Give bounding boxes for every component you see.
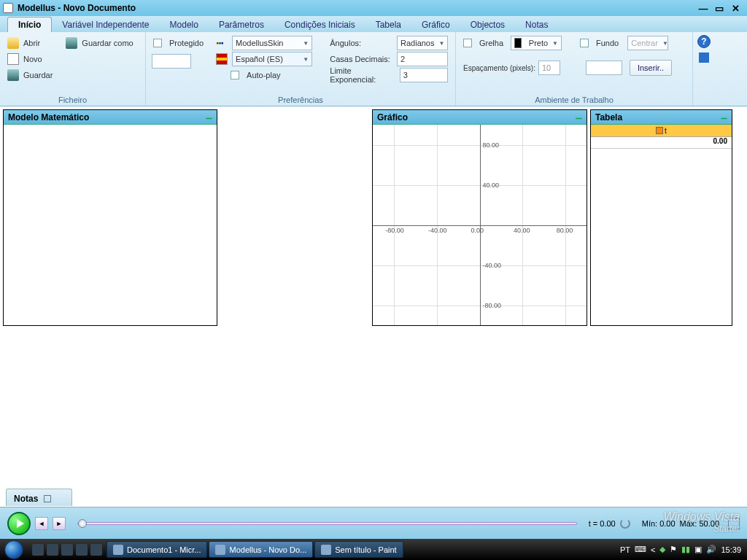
panel-modelo-matematico: Modelo Matemático ‒ bbox=[3, 109, 217, 326]
tray-chevron-icon[interactable]: < bbox=[651, 545, 655, 554]
limite-label: Limite Exponencial: bbox=[330, 66, 395, 84]
password-input[interactable] bbox=[152, 54, 191, 69]
group-label-ambiente: Ambiente de Trabalho bbox=[456, 96, 692, 104]
minimize-panel-icon[interactable]: ‒ bbox=[206, 112, 212, 123]
start-button[interactable] bbox=[0, 539, 28, 560]
group-ficheiro: Abrir Novo Guardar Guardar como Ficheiro bbox=[0, 32, 146, 106]
limite-input[interactable]: 3 bbox=[400, 68, 448, 82]
panel-notas-minimized[interactable]: Notas bbox=[6, 489, 72, 506]
taskbar-item[interactable]: Modellus - Novo Do... bbox=[209, 541, 313, 558]
group-label-preferencias: Preferências bbox=[146, 96, 455, 104]
new-icon bbox=[7, 53, 19, 65]
grid-color-combo[interactable]: Preto▼ bbox=[511, 36, 562, 50]
centrar-combo[interactable]: Centrar▼ bbox=[627, 36, 668, 50]
restore-icon bbox=[44, 495, 51, 502]
taskbar-item-label: Modellus - Novo Do... bbox=[229, 545, 306, 554]
slider-thumb[interactable] bbox=[78, 519, 87, 528]
play-button[interactable] bbox=[7, 512, 31, 535]
expand-icon[interactable] bbox=[728, 518, 740, 529]
minimize-button[interactable]: — bbox=[697, 3, 709, 14]
network-icon[interactable]: ▮▮ bbox=[681, 545, 690, 554]
fundo-input[interactable] bbox=[586, 61, 622, 75]
taskbar-item[interactable]: Sem título - Paint bbox=[314, 541, 403, 558]
tab-tabela[interactable]: Tabela bbox=[365, 18, 411, 32]
ribbon-tabs: Início Variável Independente Modelo Parâ… bbox=[0, 16, 747, 32]
windows-logo-icon bbox=[4, 540, 23, 559]
grelha-label: Grelha bbox=[479, 39, 503, 47]
panel-title-math: Modelo Matemático bbox=[8, 112, 89, 122]
ql-icon[interactable] bbox=[76, 544, 88, 556]
panel-header-math[interactable]: Modelo Matemático ‒ bbox=[4, 110, 217, 125]
chevron-down-icon: ▼ bbox=[662, 40, 668, 47]
checkbox-icon bbox=[463, 39, 472, 47]
tray-icon[interactable]: ◆ bbox=[659, 545, 665, 554]
panel-header-graf[interactable]: Gráfico ‒ bbox=[373, 110, 587, 125]
app-icon bbox=[215, 545, 225, 555]
espacamento-input[interactable]: 10 bbox=[538, 61, 560, 75]
tab-modelo[interactable]: Modelo bbox=[160, 18, 209, 32]
tab-objectos[interactable]: Objectos bbox=[460, 18, 515, 32]
ql-icon[interactable] bbox=[61, 544, 73, 556]
maximize-button[interactable]: ▭ bbox=[713, 3, 725, 14]
time-max: Máx: 50.00 bbox=[680, 519, 719, 528]
folder-icon bbox=[7, 37, 19, 49]
tab-variavel[interactable]: Variável Independente bbox=[52, 18, 159, 32]
reset-icon[interactable] bbox=[620, 518, 630, 529]
chevron-down-icon: ▼ bbox=[552, 40, 558, 47]
column-icon bbox=[656, 127, 663, 134]
language-combo[interactable]: Español (ES)▼ bbox=[232, 52, 312, 66]
settings-icon[interactable] bbox=[699, 52, 709, 63]
ql-icon[interactable] bbox=[90, 544, 102, 556]
title-bar: Modellus - Novo Documento — ▭ ✕ bbox=[0, 0, 747, 16]
chart-area[interactable]: -80.00-40.000.0040.0080.00-80.00-40.0040… bbox=[373, 125, 587, 325]
system-tray: PT ⌨ < ◆ ⚑ ▮▮ ▣ 🔊 15:39 bbox=[620, 545, 747, 554]
step-back-button[interactable]: ◄ bbox=[35, 517, 48, 530]
checkbox-icon bbox=[580, 39, 589, 47]
ql-icon[interactable] bbox=[32, 544, 44, 556]
chevron-down-icon: ▼ bbox=[303, 40, 309, 47]
angulos-combo[interactable]: Radianos▼ bbox=[397, 36, 448, 50]
save-as-button[interactable]: Guardar como bbox=[64, 35, 134, 51]
lang-indicator[interactable]: PT bbox=[620, 545, 630, 554]
minimize-panel-icon[interactable]: ‒ bbox=[576, 112, 582, 123]
player-bar: ◄ ► t = 0.00 Mín: 0.00 Máx: 50.00 bbox=[0, 507, 747, 539]
ql-icon[interactable] bbox=[47, 544, 58, 556]
taskbar-item-label: Sem título - Paint bbox=[335, 545, 396, 554]
group-preferencias: Protegido ModellusSkin▼ Español (ES)▼ Au… bbox=[146, 32, 456, 106]
grid-color-value: Preto bbox=[529, 39, 548, 47]
panel-title-tabela: Tabela bbox=[595, 112, 622, 122]
inserir-label: Inserir.. bbox=[638, 63, 664, 72]
tray-icon[interactable]: ⚑ bbox=[670, 545, 677, 554]
new-button[interactable]: Novo bbox=[6, 51, 54, 67]
clock[interactable]: 15:39 bbox=[721, 545, 741, 554]
app-icon bbox=[113, 545, 123, 555]
close-button[interactable]: ✕ bbox=[729, 3, 741, 14]
time-min: Mín: 0.00 bbox=[642, 519, 676, 528]
math-editor[interactable] bbox=[4, 125, 217, 325]
save-button[interactable]: Guardar bbox=[6, 67, 54, 83]
checkbox-icon bbox=[153, 39, 162, 47]
tab-inicio[interactable]: Início bbox=[7, 17, 52, 32]
panel-header-tabela[interactable]: Tabela ‒ bbox=[591, 110, 732, 125]
tray-icon[interactable]: ▣ bbox=[694, 545, 702, 554]
minimize-panel-icon[interactable]: ‒ bbox=[721, 112, 727, 123]
tab-condicoes[interactable]: Condições Iniciais bbox=[274, 18, 365, 32]
protegido-check[interactable]: Protegido bbox=[152, 35, 207, 51]
taskbar-item[interactable]: Documento1 - Micr... bbox=[107, 541, 207, 558]
inserir-button[interactable]: Inserir.. bbox=[630, 60, 672, 76]
tab-notas[interactable]: Notas bbox=[515, 18, 558, 32]
tabela-header[interactable]: t bbox=[591, 125, 732, 137]
time-slider[interactable] bbox=[77, 522, 577, 525]
step-fwd-button[interactable]: ► bbox=[53, 517, 66, 530]
volume-icon[interactable]: 🔊 bbox=[706, 545, 716, 554]
tab-grafico[interactable]: Gráfico bbox=[411, 18, 460, 32]
protegido-label: Protegido bbox=[169, 39, 204, 47]
tray-icon[interactable]: ⌨ bbox=[635, 545, 646, 554]
tab-parametros[interactable]: Parâmetros bbox=[209, 18, 274, 32]
casas-input[interactable]: 2 bbox=[397, 52, 448, 66]
window-title: Modellus - Novo Documento bbox=[18, 3, 136, 13]
autoplay-check[interactable]: Auto-play bbox=[214, 67, 321, 83]
open-button[interactable]: Abrir bbox=[6, 35, 54, 51]
skin-combo[interactable]: ModellusSkin▼ bbox=[232, 36, 312, 50]
help-icon[interactable]: ? bbox=[697, 35, 711, 48]
